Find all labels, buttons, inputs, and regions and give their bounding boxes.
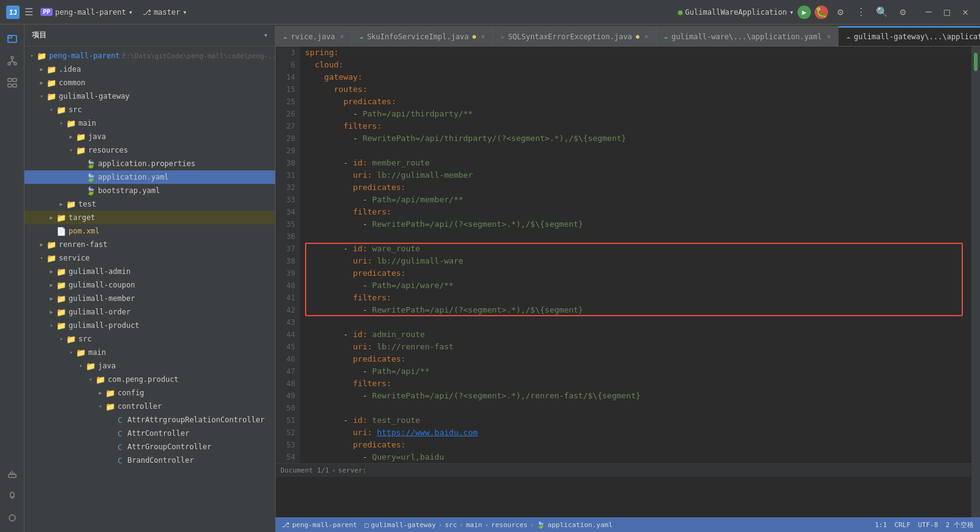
main-layout: 项目 ▾ ▾ 📁 peng-mall-parent E:\Data\gitCod…	[0, 25, 980, 532]
close-button[interactable]: ✕	[957, 4, 974, 21]
tab-close-sku[interactable]: ✕	[481, 32, 485, 40]
tree-node-renren-fast[interactable]: ▶ 📁 renren-fast	[24, 238, 275, 251]
tree-node-src-product[interactable]: ▾ 📁 src	[24, 332, 275, 346]
run-button[interactable]: ▶	[797, 6, 811, 19]
node-label-gulimall-admin: gulimall-admin	[69, 267, 130, 276]
tree-node-idea[interactable]: ▶ 📁 .idea	[24, 63, 275, 76]
tab-close-ware[interactable]: ✕	[340, 32, 344, 40]
tree-node-pom-xml[interactable]: 📄 pom.xml	[24, 224, 275, 238]
project-selector[interactable]: PP peng-mall-parent ▾	[40, 8, 133, 17]
line-number-36: 36	[276, 230, 300, 243]
tree-node-resources[interactable]: ▾ 📁 resources	[24, 143, 275, 157]
profiler-icon[interactable]: ⚙	[832, 4, 849, 21]
tree-node-gulimall-member[interactable]: ▶ 📁 gulimall-member	[24, 292, 275, 305]
line-number-3: 3	[276, 47, 300, 59]
expand-arrow: ▶	[66, 132, 76, 142]
tree-node-service[interactable]: ▾ 📁 service	[24, 251, 275, 265]
branch-selector[interactable]: ⎇ master ▾	[143, 8, 187, 17]
tree-node-gulimall-coupon[interactable]: ▶ 📁 gulimall-coupon	[24, 278, 275, 292]
tree-node-AttrAttrgroupRelationController[interactable]: C AttrAttrgroupRelationController	[24, 413, 275, 427]
more-actions-icon[interactable]: ⋮	[853, 4, 870, 21]
leaf-spacer	[76, 159, 86, 169]
node-label-AttrAttrgroupRelationController: AttrAttrgroupRelationController	[127, 416, 265, 424]
find-icon[interactable]: 🔍	[873, 4, 891, 21]
code-area[interactable]: 3 spring: 6 cloud: 14 gateway:	[276, 47, 971, 517]
hamburger-menu-icon[interactable]: ☰	[24, 6, 33, 18]
tab-icon-sql: ☕	[500, 32, 505, 40]
code-line-37: 37 - id: ware_route	[276, 243, 971, 255]
line-number-32: 32	[276, 181, 300, 194]
tab-ware-service-java[interactable]: ☁ rvice.java ✕	[276, 26, 352, 46]
expand-arrow: ▾	[47, 105, 56, 115]
code-line-26: 26 - Path=/api/thirdparty/**	[276, 108, 971, 120]
tree-node-AttrGroupController[interactable]: C AttrGroupController	[24, 440, 275, 454]
line-content-25: predicates:	[300, 96, 971, 108]
tree-node-java[interactable]: ▶ 📁 java	[24, 130, 275, 143]
tab-gulimall-gateway-yaml[interactable]: ☁ gulimall-gateway\...\application.yaml …	[839, 26, 980, 46]
tree-node-application-properties[interactable]: 🍃 application.properties	[24, 157, 275, 170]
line-number-50: 50	[276, 402, 300, 414]
tree-node-main[interactable]: ▾ 📁 main	[24, 116, 275, 130]
sidebar-item-structure[interactable]	[2, 72, 23, 93]
app-run-selector[interactable]: ● GulimallWareApplication ▾	[678, 7, 794, 17]
tree-node-AttrController[interactable]: C AttrController	[24, 427, 275, 440]
tab-label-sku: SkuInfoServiceImpl.java	[367, 32, 469, 41]
tab-close-sql[interactable]: ✕	[644, 32, 649, 40]
sidebar-item-notifications[interactable]	[2, 485, 23, 506]
status-project[interactable]: ⎇ peng-mall-parent	[282, 521, 357, 529]
node-label-target: target	[69, 213, 95, 222]
editor-scrollbar[interactable]	[971, 47, 980, 517]
sidebar-item-project[interactable]	[2, 28, 23, 49]
tree-node-peng-mall-parent[interactable]: ▾ 📁 peng-mall-parent E:\Data\gitCode\pen…	[24, 49, 275, 63]
line-content-47: - Path=/api/**	[300, 365, 971, 378]
tab-gulimall-ware-yaml[interactable]: ☁ gulimall-ware\...\application.yaml ✕	[657, 26, 839, 46]
status-bar: ⎇ peng-mall-parent □ gulimall-gateway › …	[276, 517, 980, 532]
tree-node-controller[interactable]: ▾ 📁 controller	[24, 400, 275, 413]
tree-node-common[interactable]: ▶ 📁 common	[24, 76, 275, 89]
tree-node-config[interactable]: ▶ 📁 config	[24, 386, 275, 400]
tree-node-test[interactable]: ▶ 📁 test	[24, 197, 275, 211]
modified-dot-sku: ●	[472, 33, 476, 40]
tab-icon-ware: ☁	[283, 32, 287, 40]
settings-icon[interactable]: ⚙	[894, 4, 911, 21]
tree-node-main-product[interactable]: ▾ 📁 main	[24, 346, 275, 359]
tree-node-bootstrap-yaml[interactable]: 🍃 bootstrap.yaml	[24, 184, 275, 197]
tree-node-target[interactable]: ▶ 📁 target	[24, 211, 275, 224]
tree-node-gulimall-admin[interactable]: ▶ 📁 gulimall-admin	[24, 265, 275, 278]
sidebar-item-plugins[interactable]	[2, 507, 23, 528]
tree-node-gulimall-gateway[interactable]: ▾ 📁 gulimall-gateway	[24, 89, 275, 103]
tab-SQLSyntaxErrorException[interactable]: ☕ SQLSyntaxErrorException.java ● ✕	[493, 26, 657, 46]
breadcrumb-sep4: ›	[530, 521, 534, 529]
tree-node-java-product[interactable]: ▾ 📁 java	[24, 359, 275, 373]
tab-close-ware-yaml[interactable]: ✕	[827, 32, 831, 40]
status-spaces[interactable]: 2 个空格	[946, 520, 974, 530]
title-bar: IJ ☰ PP peng-mall-parent ▾ ⎇ master ▾ ● …	[0, 0, 980, 25]
maximize-button[interactable]: □	[938, 4, 956, 21]
file-tree-body[interactable]: ▾ 📁 peng-mall-parent E:\Data\gitCode\pen…	[24, 47, 275, 532]
tree-node-BrandController[interactable]: C BrandController	[24, 454, 275, 467]
tab-SkuInfoServiceImpl[interactable]: ☁ SkuInfoServiceImpl.java ● ✕	[352, 26, 493, 46]
file-tree-title: 项目	[32, 30, 260, 40]
minimize-button[interactable]: ─	[920, 4, 937, 21]
sidebar-item-git[interactable]	[2, 50, 23, 71]
status-line-ending[interactable]: CRLF	[894, 520, 911, 530]
tree-node-src[interactable]: ▾ 📁 src	[24, 103, 275, 116]
folder-icon-main: 📁	[66, 118, 76, 128]
node-label-test: test	[78, 200, 96, 208]
tree-node-gulimall-product[interactable]: ▾ 📁 gulimall-product	[24, 319, 275, 332]
status-position[interactable]: 1:1	[875, 520, 887, 530]
project-dropdown-icon: ▾	[129, 8, 133, 17]
line-content-26: - Path=/api/thirdparty/**	[300, 108, 971, 120]
breadcrumb-file: application.yaml	[548, 521, 612, 529]
tree-node-application-yaml[interactable]: 🍃 application.yaml	[24, 170, 275, 184]
tree-node-com-peng-product[interactable]: ▾ 📁 com.peng.product	[24, 373, 275, 386]
code-line-33: 33 - Path=/api/member/**	[276, 194, 971, 206]
tree-node-gulimall-order[interactable]: ▶ 📁 gulimall-order	[24, 305, 275, 319]
status-encoding[interactable]: UTF-8	[918, 520, 938, 530]
line-number-30: 30	[276, 157, 300, 169]
debug-button[interactable]: 🐛	[815, 6, 828, 19]
expand-arrow: ▾	[86, 374, 96, 384]
expand-arrow: ▾	[37, 91, 47, 101]
sidebar-item-build[interactable]	[2, 463, 23, 484]
modified-dot-sql: ●	[636, 33, 639, 40]
